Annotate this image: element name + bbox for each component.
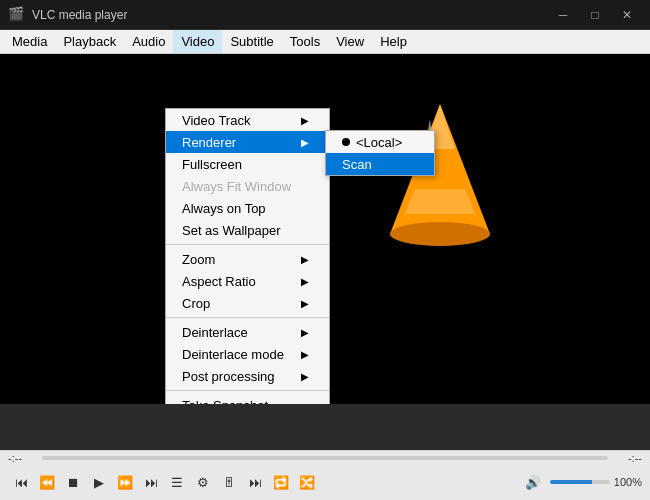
menu-always-fit-window: Always Fit Window xyxy=(166,175,329,197)
fastforward-button[interactable]: ⏩ xyxy=(112,469,138,495)
menu-aspect-ratio[interactable]: Aspect Ratio ▶ xyxy=(166,270,329,292)
arrow-icon: ▶ xyxy=(301,298,309,309)
svg-marker-2 xyxy=(405,189,475,214)
menu-tools[interactable]: Tools xyxy=(282,30,328,53)
menu-media[interactable]: Media xyxy=(4,30,55,53)
menu-post-processing[interactable]: Post processing ▶ xyxy=(166,365,329,387)
stop-button[interactable]: ⏹ xyxy=(60,469,86,495)
controls-row: ⏮ ⏪ ⏹ ▶ ⏩ ⏭ ☰ ⚙ 🎚 ⏭ 🔁 🔀 🔊 100% xyxy=(0,465,650,499)
volume-percent: 100% xyxy=(614,476,642,488)
ab-loop-button[interactable]: 🔁 xyxy=(268,469,294,495)
random-button[interactable]: 🔀 xyxy=(294,469,320,495)
menu-fullscreen[interactable]: Fullscreen xyxy=(166,153,329,175)
rewind-button[interactable]: ⏪ xyxy=(34,469,60,495)
arrow-icon: ▶ xyxy=(301,276,309,287)
close-button[interactable]: ✕ xyxy=(612,5,642,25)
renderer-scan[interactable]: Scan xyxy=(326,153,434,175)
window-title: VLC media player xyxy=(32,8,548,22)
progress-bar-area: -:-- -:-- xyxy=(0,451,650,465)
separator-2 xyxy=(166,317,329,318)
vlc-cone xyxy=(380,104,500,264)
menu-video-track[interactable]: Video Track ▶ xyxy=(166,109,329,131)
play-button[interactable]: ▶ xyxy=(86,469,112,495)
next-button[interactable]: ⏭ xyxy=(138,469,164,495)
menu-help[interactable]: Help xyxy=(372,30,415,53)
arrow-icon: ▶ xyxy=(301,349,309,360)
title-bar: 🎬 VLC media player ─ □ ✕ xyxy=(0,0,650,30)
menu-playback[interactable]: Playback xyxy=(55,30,124,53)
control-bar: -:-- -:-- ⏮ ⏪ ⏹ ▶ ⏩ ⏭ ☰ ⚙ 🎚 ⏭ 🔁 🔀 🔊 100% xyxy=(0,450,650,500)
menu-video[interactable]: Video xyxy=(173,30,222,53)
menu-take-snapshot[interactable]: Take Snapshot xyxy=(166,394,329,404)
menu-audio[interactable]: Audio xyxy=(124,30,173,53)
arrow-icon: ▶ xyxy=(301,115,309,126)
maximize-button[interactable]: □ xyxy=(580,5,610,25)
toggle-playlist-button[interactable]: ☰ xyxy=(164,469,190,495)
separator-1 xyxy=(166,244,329,245)
menu-zoom[interactable]: Zoom ▶ xyxy=(166,248,329,270)
window-controls: ─ □ ✕ xyxy=(548,5,642,25)
video-menu-popup: Video Track ▶ Renderer ▶ Fullscreen Alwa… xyxy=(165,108,330,404)
separator-3 xyxy=(166,390,329,391)
menu-subtitle[interactable]: Subtitle xyxy=(222,30,281,53)
menu-crop[interactable]: Crop ▶ xyxy=(166,292,329,314)
menu-always-on-top[interactable]: Always on Top xyxy=(166,197,329,219)
svg-point-3 xyxy=(390,222,490,246)
menu-renderer[interactable]: Renderer ▶ xyxy=(166,131,329,153)
minimize-button[interactable]: ─ xyxy=(548,5,578,25)
prev-button[interactable]: ⏮ xyxy=(8,469,34,495)
renderer-submenu: <Local> Scan xyxy=(325,130,435,176)
renderer-local[interactable]: <Local> xyxy=(326,131,434,153)
arrow-icon: ▶ xyxy=(301,371,309,382)
extended-settings-button[interactable]: ⚙ xyxy=(190,469,216,495)
volume-icon[interactable]: 🔊 xyxy=(520,469,546,495)
menu-bar: Media Playback Audio Video Subtitle Tool… xyxy=(0,30,650,54)
time-elapsed: -:-- xyxy=(8,452,38,464)
menu-view[interactable]: View xyxy=(328,30,372,53)
vlc-icon: 🎬 xyxy=(8,6,26,24)
frame-by-frame-button[interactable]: ⏭ xyxy=(242,469,268,495)
volume-slider[interactable] xyxy=(550,480,610,484)
show-effects-button[interactable]: 🎚 xyxy=(216,469,242,495)
menu-set-as-wallpaper[interactable]: Set as Wallpaper xyxy=(166,219,329,241)
arrow-icon: ▶ xyxy=(301,327,309,338)
menu-deinterlace-mode[interactable]: Deinterlace mode ▶ xyxy=(166,343,329,365)
arrow-icon: ▶ xyxy=(301,137,309,148)
radio-selected-icon xyxy=(342,138,350,146)
menu-deinterlace[interactable]: Deinterlace ▶ xyxy=(166,321,329,343)
seek-bar[interactable] xyxy=(42,456,608,460)
video-area: Video Track ▶ Renderer ▶ Fullscreen Alwa… xyxy=(0,54,650,404)
arrow-icon: ▶ xyxy=(301,254,309,265)
time-remaining: -:-- xyxy=(612,452,642,464)
